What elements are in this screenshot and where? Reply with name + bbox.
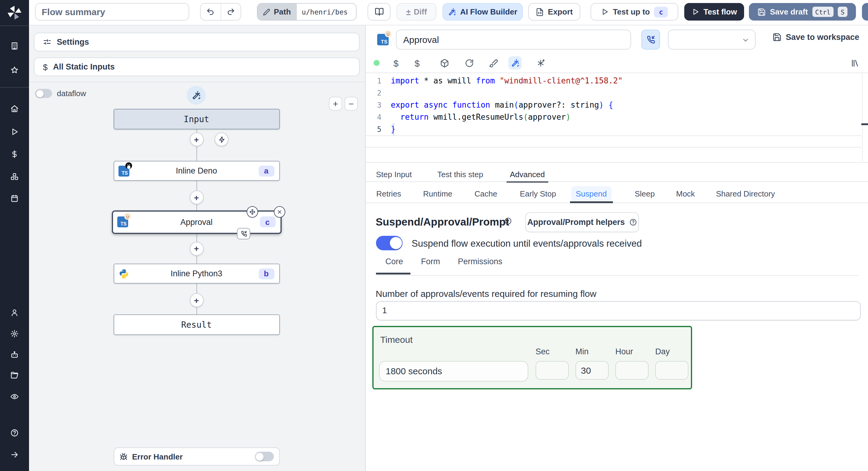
wand-icon bbox=[191, 90, 201, 100]
flow-node-input[interactable]: Input bbox=[113, 109, 280, 129]
ai-flow-builder-button[interactable]: AI Flow Builder bbox=[442, 3, 523, 21]
day-input[interactable] bbox=[655, 361, 688, 379]
trigger-button[interactable] bbox=[215, 133, 228, 146]
tab-advanced[interactable]: Advanced bbox=[510, 167, 545, 182]
error-handler-toggle[interactable] bbox=[255, 452, 274, 461]
tab-cache[interactable]: Cache bbox=[470, 186, 502, 201]
tab-mock[interactable]: Mock bbox=[671, 186, 700, 201]
suspend-toggle-label: Suspend flow execution until events/appr… bbox=[412, 238, 642, 249]
ai-assist-icon[interactable] bbox=[508, 56, 522, 69]
plus-minus-icon: ± bbox=[406, 7, 411, 17]
collapse-sidebar-icon[interactable] bbox=[10, 450, 19, 459]
timeout-seconds-input[interactable] bbox=[379, 361, 528, 381]
diff-button[interactable]: ± Diff bbox=[397, 3, 436, 21]
apps-icon[interactable] bbox=[10, 42, 19, 50]
suspend-phone-badge bbox=[237, 228, 250, 239]
baby-emoji-icon bbox=[124, 213, 131, 220]
sidebar bbox=[0, 0, 29, 471]
approvals-required-input[interactable] bbox=[376, 301, 861, 320]
script-version-select[interactable] bbox=[668, 30, 755, 50]
resources-icon[interactable] bbox=[10, 172, 19, 181]
flow-node-result[interactable]: Result bbox=[113, 314, 280, 335]
add-step-button[interactable]: + bbox=[189, 293, 204, 307]
typescript-icon: TS bbox=[117, 216, 128, 227]
add-resource-icon[interactable]: $ bbox=[410, 56, 424, 69]
folders-icon[interactable] bbox=[10, 371, 19, 380]
test-flow-button[interactable]: Test flow bbox=[684, 3, 744, 21]
flow-node-inline-deno[interactable]: TS Inline Deno a bbox=[113, 161, 280, 181]
python-icon bbox=[118, 268, 129, 279]
tab-permissions[interactable]: Permissions bbox=[458, 257, 502, 266]
path-button[interactable]: Path u/henri/bes bbox=[257, 3, 356, 21]
move-step-button[interactable] bbox=[246, 206, 258, 217]
add-step-button[interactable]: + bbox=[189, 190, 204, 204]
save-draft-button[interactable]: Save draft Ctrl S bbox=[749, 3, 856, 21]
package-icon[interactable] bbox=[438, 56, 451, 69]
tab-step-input[interactable]: Step Input bbox=[376, 167, 412, 182]
add-step-button[interactable]: + bbox=[189, 133, 204, 146]
info-icon[interactable] bbox=[504, 217, 512, 225]
tab-core[interactable]: Core bbox=[385, 257, 403, 266]
day-label: Day bbox=[655, 347, 670, 356]
suspend-toggle[interactable] bbox=[376, 236, 403, 250]
tab-test-this-step[interactable]: Test this step bbox=[437, 167, 483, 182]
windmill-logo-icon[interactable] bbox=[7, 5, 22, 21]
docs-button[interactable] bbox=[368, 3, 391, 21]
tab-suspend[interactable]: Suspend bbox=[571, 186, 612, 201]
home-icon[interactable] bbox=[10, 105, 19, 113]
export-button[interactable]: Export bbox=[528, 3, 580, 21]
ai-graph-button[interactable] bbox=[187, 86, 206, 105]
tab-runtime[interactable]: Runtime bbox=[418, 186, 457, 201]
approval-prompt-helpers-button[interactable]: Approval/Prompt helpers bbox=[525, 212, 639, 232]
tab-early-stop[interactable]: Early Stop bbox=[515, 186, 561, 201]
toolbar: Path u/henri/bes ± Diff AI Flow Builder … bbox=[29, 0, 868, 25]
workers-icon[interactable] bbox=[10, 351, 19, 359]
dataflow-toggle[interactable] bbox=[35, 89, 52, 98]
diff-sparkle-icon[interactable] bbox=[534, 56, 547, 69]
runs-icon[interactable] bbox=[10, 127, 19, 136]
error-handler[interactable]: Error Handler bbox=[113, 447, 280, 466]
favorites-icon[interactable] bbox=[10, 66, 19, 75]
tab-sleep[interactable]: Sleep bbox=[630, 186, 660, 201]
step-name-input[interactable] bbox=[396, 30, 631, 50]
tab-retries[interactable]: Retries bbox=[371, 186, 406, 201]
all-static-inputs-button[interactable]: $ All Static Inputs bbox=[34, 57, 360, 76]
users-icon[interactable] bbox=[10, 308, 19, 317]
redo-button[interactable] bbox=[220, 4, 241, 20]
close-icon bbox=[276, 208, 283, 215]
settings-icon[interactable] bbox=[10, 329, 19, 338]
save-to-workspace-button[interactable]: Save to workspace bbox=[773, 33, 859, 42]
tab-form[interactable]: Form bbox=[421, 257, 440, 266]
flow-settings-button[interactable]: Settings bbox=[34, 33, 360, 51]
flow-editor-panel: Settings $ All Static Inputs dataflow + … bbox=[29, 25, 366, 471]
step-id-badge: c bbox=[259, 216, 275, 227]
library-icon[interactable] bbox=[848, 56, 861, 69]
code-line: 2 bbox=[366, 87, 861, 99]
book-icon bbox=[374, 7, 383, 16]
sec-input[interactable] bbox=[535, 361, 569, 379]
hour-input[interactable] bbox=[615, 361, 649, 379]
delete-step-button[interactable] bbox=[274, 206, 285, 217]
add-step-button[interactable]: + bbox=[189, 241, 204, 256]
format-brush-icon[interactable] bbox=[487, 56, 500, 69]
test-up-to-button[interactable]: Test up to c bbox=[591, 3, 678, 21]
code-editor[interactable]: 1import * as wmill from "windmill-client… bbox=[366, 72, 868, 163]
code-line: 4 return wmill.getResumeUrls(approver) bbox=[366, 111, 861, 123]
add-variable-icon[interactable]: $ bbox=[389, 56, 403, 69]
tab-shared-directory[interactable]: Shared Directory bbox=[711, 186, 780, 201]
deploy-button-partial[interactable] bbox=[862, 3, 868, 21]
zoom-out-button[interactable]: − bbox=[345, 97, 358, 111]
timeout-label: Timeout bbox=[380, 334, 412, 344]
help-icon[interactable] bbox=[10, 429, 19, 437]
zoom-in-button[interactable]: + bbox=[329, 97, 342, 111]
flow-summary-input[interactable] bbox=[35, 3, 189, 21]
undo-button[interactable] bbox=[201, 4, 220, 20]
schedules-icon[interactable] bbox=[10, 194, 19, 203]
variables-icon[interactable] bbox=[10, 150, 19, 158]
min-label: Min bbox=[576, 347, 589, 356]
reload-icon[interactable] bbox=[462, 56, 476, 69]
audit-logs-icon[interactable] bbox=[10, 392, 19, 401]
min-input[interactable] bbox=[576, 361, 609, 379]
flow-node-inline-python3[interactable]: Inline Python3 b bbox=[113, 264, 280, 284]
suspend-approval-button[interactable] bbox=[641, 30, 660, 50]
